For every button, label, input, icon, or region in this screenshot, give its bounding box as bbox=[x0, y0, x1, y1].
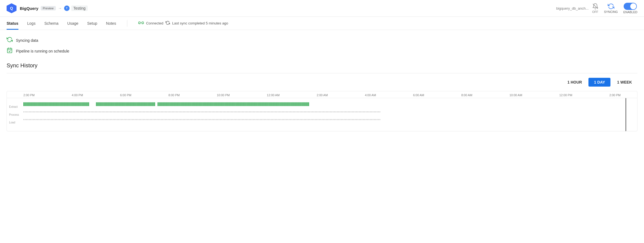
time-label-6: 2:00 AM bbox=[317, 93, 328, 97]
notifications-control[interactable]: OFF bbox=[592, 3, 599, 13]
enabled-toggle[interactable]: ENABLED bbox=[623, 3, 637, 14]
sync-history-title: Sync History bbox=[7, 62, 637, 69]
syncing-data-text: Syncing data bbox=[16, 38, 38, 43]
syncing-data-icon bbox=[7, 37, 13, 44]
enabled-label: ENABLED bbox=[623, 10, 637, 14]
header: Q BigQuery Preview → T Testing bigquery_… bbox=[0, 0, 644, 17]
sync-history-divider bbox=[7, 73, 637, 73]
tab-status[interactable]: Status bbox=[7, 17, 18, 30]
syncing-label: SYNCING bbox=[604, 10, 618, 13]
nav-divider bbox=[127, 20, 127, 27]
pipeline-check-icon bbox=[7, 47, 13, 55]
tab-schema[interactable]: Schema bbox=[44, 17, 58, 30]
bell-icon bbox=[592, 3, 599, 10]
tab-logs[interactable]: Logs bbox=[27, 17, 35, 30]
syncing-control[interactable]: SYNCING bbox=[604, 3, 618, 13]
chart-body: Extract Process Load bbox=[7, 98, 637, 131]
sync-chart: 2:00 PM 4:00 PM 6:00 PM 8:00 PM 10:00 PM… bbox=[7, 91, 637, 131]
time-1week-button[interactable]: 1 WEEK bbox=[612, 78, 637, 87]
pipeline-text: Pipeline is running on schedule bbox=[16, 49, 69, 53]
time-labels: 2:00 PM 4:00 PM 6:00 PM 8:00 PM 10:00 PM… bbox=[7, 91, 637, 98]
time-label-4: 10:00 PM bbox=[217, 93, 230, 97]
dest-name: Testing bbox=[71, 5, 88, 11]
current-time-line bbox=[626, 98, 626, 131]
svg-rect-1 bbox=[7, 48, 12, 53]
y-label-load: Load bbox=[9, 121, 21, 124]
main-content: Syncing data Pipeline is running on sche… bbox=[0, 30, 644, 138]
time-label-10: 10:00 AM bbox=[510, 93, 522, 97]
time-label-0: 2:00 PM bbox=[23, 93, 35, 97]
time-label-5: 12:00 AM bbox=[267, 93, 279, 97]
sync-status-text: Last sync completed 5 minutes ago bbox=[172, 21, 228, 25]
y-label-extract: Extract bbox=[9, 105, 21, 108]
time-1hour-button[interactable]: 1 HOUR bbox=[562, 78, 587, 87]
service-name: BigQuery bbox=[20, 6, 38, 11]
extract-row bbox=[23, 100, 637, 108]
load-row bbox=[23, 116, 637, 123]
time-label-12: 2:00 PM bbox=[609, 93, 621, 97]
time-label-9: 8:00 AM bbox=[461, 93, 472, 97]
time-label-8: 6:00 AM bbox=[413, 93, 424, 97]
time-label-3: 8:00 PM bbox=[169, 93, 180, 97]
breadcrumb-arrow: → bbox=[58, 6, 62, 10]
sync-status-icon bbox=[166, 21, 170, 26]
toggle-knob bbox=[630, 3, 636, 9]
syncing-status: Syncing data bbox=[7, 37, 637, 44]
header-right: OFF SYNCING ENABLED bbox=[592, 3, 637, 14]
toggle-switch[interactable] bbox=[624, 3, 637, 10]
nav-status: Connected Last sync completed 5 minutes … bbox=[138, 21, 228, 26]
nav-tabs: Status Logs Schema Usage Setup Notes Con… bbox=[0, 17, 644, 30]
connected-label: Connected bbox=[146, 21, 163, 25]
chart-inner: 2:00 PM 4:00 PM 6:00 PM 8:00 PM 10:00 PM… bbox=[7, 91, 637, 131]
destination: T Testing bbox=[64, 5, 88, 11]
dest-icon: T bbox=[64, 5, 70, 11]
tab-setup[interactable]: Setup bbox=[87, 17, 97, 30]
y-labels: Extract Process Load bbox=[7, 98, 23, 131]
preview-badge: Preview bbox=[41, 6, 56, 10]
sync-history-section: Sync History 1 HOUR 1 DAY 1 WEEK 2:00 PM… bbox=[7, 62, 637, 131]
connection-name: bigquery_db_anch... bbox=[556, 6, 589, 10]
sync-icon bbox=[608, 3, 614, 10]
time-label-2: 6:00 PM bbox=[120, 93, 131, 97]
process-row bbox=[23, 108, 637, 116]
time-1day-button[interactable]: 1 DAY bbox=[588, 78, 610, 87]
time-range-buttons: 1 HOUR 1 DAY 1 WEEK bbox=[7, 78, 637, 87]
y-label-process: Process bbox=[9, 113, 21, 116]
tab-usage[interactable]: Usage bbox=[67, 17, 78, 30]
breadcrumb: BigQuery Preview → T Testing bbox=[20, 5, 553, 11]
tab-notes[interactable]: Notes bbox=[106, 17, 116, 30]
status-items: Syncing data Pipeline is running on sche… bbox=[7, 37, 637, 55]
time-label-1: 4:00 PM bbox=[72, 93, 83, 97]
chart-grid bbox=[23, 98, 637, 131]
notifications-label: OFF bbox=[592, 10, 598, 13]
time-label-11: 12:00 PM bbox=[559, 93, 572, 97]
logo: Q bbox=[7, 3, 16, 13]
time-label-7: 4:00 AM bbox=[365, 93, 376, 97]
pipeline-status: Pipeline is running on schedule bbox=[7, 47, 637, 55]
connected-icon bbox=[138, 21, 144, 26]
